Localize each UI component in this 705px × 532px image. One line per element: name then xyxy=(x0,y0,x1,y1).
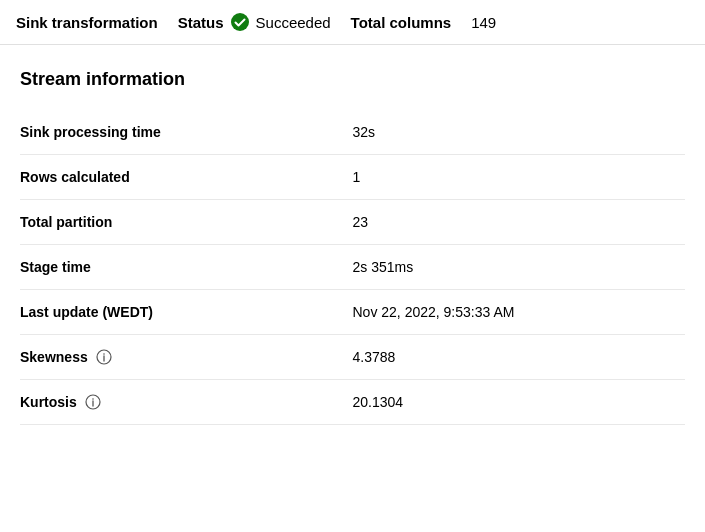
total-columns-value: 149 xyxy=(471,14,496,31)
svg-point-2 xyxy=(103,353,105,355)
table-row: Total partition23 xyxy=(20,200,685,245)
total-columns-label: Total columns xyxy=(351,14,452,31)
info-circle-icon[interactable] xyxy=(85,394,101,410)
info-circle-icon[interactable] xyxy=(96,349,112,365)
row-value-0: 32s xyxy=(353,110,686,155)
row-label-5: Skewness xyxy=(20,349,88,365)
svg-point-4 xyxy=(92,398,94,400)
row-label-4: Last update (WEDT) xyxy=(20,304,153,320)
table-row: Rows calculated1 xyxy=(20,155,685,200)
status-value: Succeeded xyxy=(256,14,331,31)
row-label-1: Rows calculated xyxy=(20,169,130,185)
row-label-3: Stage time xyxy=(20,259,91,275)
table-row: Stage time2s 351ms xyxy=(20,245,685,290)
row-label-6: Kurtosis xyxy=(20,394,77,410)
info-table: Sink processing time32sRows calculated1T… xyxy=(20,110,685,425)
table-row: Skewness 4.3788 xyxy=(20,335,685,380)
row-value-2: 23 xyxy=(353,200,686,245)
row-value-5: 4.3788 xyxy=(353,335,686,380)
row-label-2: Total partition xyxy=(20,214,112,230)
main-content: Stream information Sink processing time3… xyxy=(0,45,705,449)
row-value-3: 2s 351ms xyxy=(353,245,686,290)
row-value-1: 1 xyxy=(353,155,686,200)
svg-point-0 xyxy=(231,13,249,31)
table-row: Last update (WEDT)Nov 22, 2022, 9:53:33 … xyxy=(20,290,685,335)
table-row: Kurtosis 20.1304 xyxy=(20,380,685,425)
status-label: Status xyxy=(178,14,224,31)
table-row: Sink processing time32s xyxy=(20,110,685,155)
header-bar: Sink transformation Status Succeeded Tot… xyxy=(0,0,705,45)
sink-transformation-title: Sink transformation xyxy=(16,14,158,31)
status-group: Status Succeeded xyxy=(178,12,331,32)
row-value-6: 20.1304 xyxy=(353,380,686,425)
status-success-icon xyxy=(230,12,250,32)
row-label-0: Sink processing time xyxy=(20,124,161,140)
section-title: Stream information xyxy=(20,69,685,90)
row-value-4: Nov 22, 2022, 9:53:33 AM xyxy=(353,290,686,335)
